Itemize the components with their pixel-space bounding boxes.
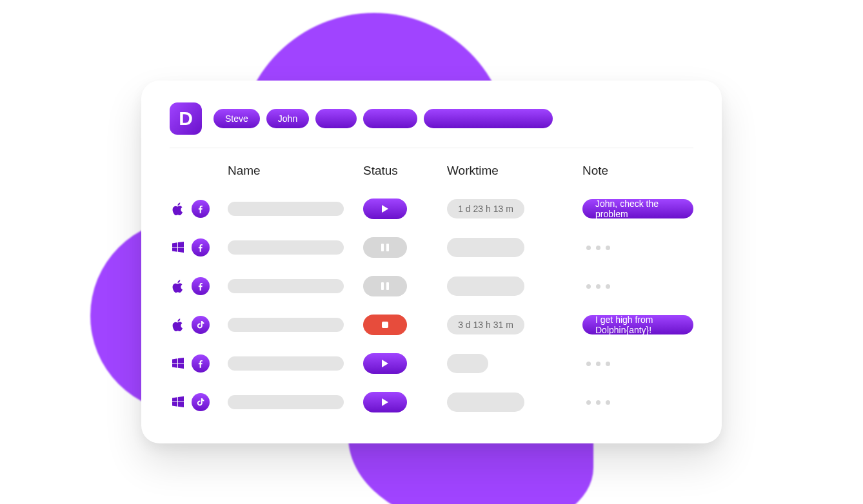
play-button[interactable] — [363, 392, 407, 412]
pause-icon — [381, 282, 389, 290]
pause-button[interactable] — [363, 237, 407, 258]
play-icon — [382, 205, 388, 213]
facebook-icon — [192, 238, 210, 257]
note-menu[interactable] — [582, 284, 693, 289]
windows-icon — [170, 394, 186, 411]
note-pill[interactable]: I get high from Dolphin{anty}! — [582, 315, 693, 334]
pause-icon — [381, 244, 389, 251]
play-button[interactable] — [363, 353, 407, 374]
col-worktime: Worktime — [447, 164, 576, 178]
name-placeholder — [228, 356, 344, 371]
table-row: 3 d 13 h 31 mI get high from Dolphin{ant… — [170, 305, 693, 344]
topbar: D SteveJohn — [170, 102, 693, 135]
play-icon — [382, 360, 388, 367]
play-button[interactable] — [363, 199, 407, 219]
name-placeholder — [228, 318, 344, 332]
apple-icon — [170, 316, 186, 333]
worktime-pill: . — [447, 238, 524, 257]
name-placeholder — [228, 202, 344, 216]
worktime-pill: . — [447, 276, 524, 296]
pause-button[interactable] — [363, 276, 407, 296]
name-placeholder — [228, 395, 344, 409]
windows-icon — [170, 239, 186, 256]
user-chips: SteveJohn — [213, 109, 553, 128]
table-row: . — [170, 344, 693, 383]
stop-button[interactable] — [363, 315, 407, 335]
row-icons — [170, 200, 221, 218]
facebook-icon — [192, 277, 210, 295]
user-chip[interactable] — [315, 109, 357, 128]
table-row: . — [170, 228, 693, 267]
col-name: Name — [228, 164, 357, 178]
note-menu[interactable] — [582, 362, 693, 366]
windows-icon — [170, 355, 186, 372]
divider — [170, 148, 693, 148]
facebook-icon — [192, 354, 210, 373]
apple-icon — [170, 200, 186, 217]
stop-icon — [382, 322, 388, 328]
play-icon — [382, 398, 388, 406]
note-menu[interactable] — [582, 246, 693, 250]
table-row: . — [170, 383, 693, 422]
facebook-icon — [192, 200, 210, 218]
note-pill[interactable]: John, check the problem — [582, 199, 693, 218]
row-icons — [170, 354, 221, 373]
note-menu[interactable] — [582, 400, 693, 405]
user-chip[interactable] — [424, 109, 553, 128]
tiktok-icon — [192, 393, 210, 411]
table-row: 1 d 23 h 13 mJohn, check the problem — [170, 189, 693, 228]
worktime-pill: . — [447, 393, 524, 412]
apple-icon — [170, 278, 186, 295]
user-chip[interactable]: John — [266, 109, 309, 128]
row-icons — [170, 238, 221, 257]
table-row: . — [170, 267, 693, 305]
user-chip[interactable] — [363, 109, 417, 128]
row-icons — [170, 316, 221, 334]
user-chip[interactable]: Steve — [213, 109, 260, 128]
table-header: Name Status Worktime Note — [170, 160, 693, 189]
app-card: D SteveJohn Name Status Worktime Note 1 … — [141, 81, 722, 443]
tiktok-icon — [192, 316, 210, 334]
app-logo[interactable]: D — [170, 102, 202, 135]
worktime-pill: . — [447, 354, 488, 373]
row-icons — [170, 277, 221, 295]
worktime-pill: 3 d 13 h 31 m — [447, 315, 524, 334]
name-placeholder — [228, 279, 344, 293]
row-icons — [170, 393, 221, 411]
name-placeholder — [228, 240, 344, 255]
col-status: Status — [363, 164, 441, 178]
col-note: Note — [582, 164, 693, 178]
worktime-pill: 1 d 23 h 13 m — [447, 199, 524, 218]
